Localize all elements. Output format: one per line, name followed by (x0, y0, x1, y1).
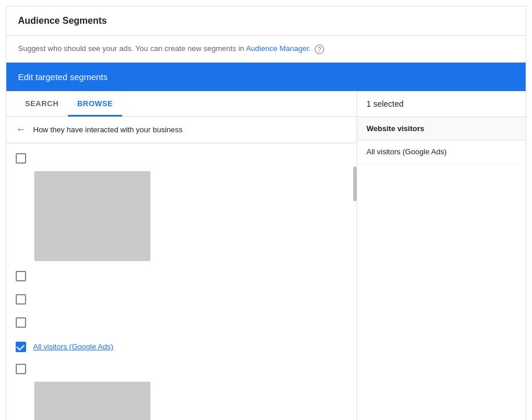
checkbox-unchecked[interactable] (16, 364, 26, 374)
back-arrow-icon[interactable]: ← (16, 124, 26, 136)
selected-category: Website visitors (357, 117, 526, 140)
list-item (6, 148, 357, 171)
list-item (6, 312, 357, 335)
list-item (6, 359, 357, 382)
subtitle-row: Suggest who should see your ads. You can… (6, 36, 526, 63)
checkbox-5[interactable] (16, 342, 26, 352)
tab-browse[interactable]: BROWSE (68, 91, 123, 117)
checkbox-4[interactable] (16, 317, 26, 330)
checkbox-2[interactable] (16, 271, 26, 283)
left-panel: SEARCH BROWSE ← How they have interacted… (6, 91, 357, 420)
subtitle-text: Suggest who should see your ads. You can… (18, 44, 245, 53)
placeholder-group-1 (6, 171, 357, 266)
list-item (6, 266, 357, 289)
panel-container: SEARCH BROWSE ← How they have interacted… (6, 91, 526, 420)
audience-segments-panel: Audience Segments Suggest who should see… (6, 6, 526, 420)
page-header: Audience Segments (6, 6, 526, 36)
checkbox-unchecked[interactable] (16, 271, 26, 281)
tabs-row: SEARCH BROWSE (6, 91, 357, 117)
edit-header-title: Edit targeted segments (18, 72, 107, 82)
checkbox-3[interactable] (16, 294, 26, 306)
selected-count: 1 selected (357, 91, 526, 117)
tab-search[interactable]: SEARCH (16, 91, 68, 117)
placeholder-group-2 (6, 382, 357, 420)
list-item-checked: All visitors (Google Ads) (6, 335, 357, 359)
item-label-all-visitors: All visitors (Google Ads) (33, 342, 113, 351)
help-icon[interactable]: ? (315, 45, 324, 54)
checkbox-1[interactable] (16, 153, 26, 165)
list-item (6, 289, 357, 312)
scrollbar-indicator[interactable] (353, 166, 357, 201)
selected-item: All visitors (Google Ads) (357, 140, 526, 164)
page-title: Audience Segments (18, 16, 107, 26)
checkbox-checked[interactable] (16, 342, 26, 352)
checkbox-6[interactable] (16, 364, 26, 376)
list-scroll-container: All visitors (Google Ads) (6, 143, 357, 420)
checkbox-unchecked[interactable] (16, 294, 26, 305)
edit-header: Edit targeted segments (6, 63, 526, 91)
list-area: All visitors (Google Ads) (6, 143, 357, 420)
audience-manager-link[interactable]: Audience Manager. (246, 44, 311, 53)
breadcrumb-row: ← How they have interacted with your bus… (6, 117, 357, 143)
right-panel: 1 selected Website visitors All visitors… (357, 91, 526, 420)
checkbox-unchecked[interactable] (16, 317, 26, 328)
checkbox-unchecked[interactable] (16, 153, 26, 164)
breadcrumb-text: How they have interacted with your busin… (33, 125, 182, 134)
placeholder-block-1 (34, 171, 150, 261)
placeholder-block-2 (34, 382, 150, 420)
